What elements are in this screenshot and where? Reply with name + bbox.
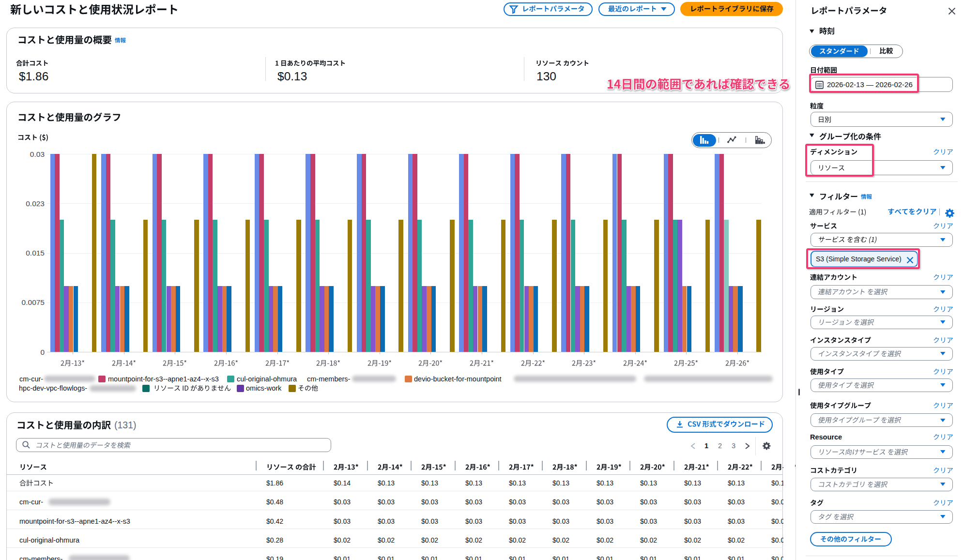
svg-text:$0.03: $0.03	[728, 517, 745, 525]
svg-text:$0.14: $0.14	[334, 479, 351, 487]
svg-text:0: 0	[40, 348, 45, 356]
svg-text:$0.02: $0.02	[378, 536, 395, 544]
svg-text:130: 130	[536, 70, 556, 83]
svg-text:0.03: 0.03	[30, 150, 45, 158]
svg-text:$0.13: $0.13	[421, 479, 438, 487]
svg-text:$0.19: $0.19	[266, 555, 283, 560]
svg-text:$0.02: $0.02	[684, 536, 701, 544]
svg-text:$0.03: $0.03	[640, 498, 657, 506]
svg-text:$0.03: $0.03	[597, 517, 613, 525]
svg-text:mountpoint-for-s3--apne1-az4--: mountpoint-for-s3--apne1-az4--x-s3	[108, 375, 219, 383]
svg-text:omics-work: omics-work	[246, 384, 282, 392]
svg-text:$0.02: $0.02	[640, 536, 657, 544]
svg-text:$1.86: $1.86	[266, 479, 283, 487]
svg-text:cm-members-: cm-members-	[19, 555, 63, 560]
svg-text:$0.13: $0.13	[277, 70, 307, 83]
svg-text:$0.13: $0.13	[597, 479, 613, 487]
svg-text:mountpoint-for-s3--apne1-az4--: mountpoint-for-s3--apne1-az4--x-s3	[19, 517, 130, 525]
svg-text:cul-original-ohmura: cul-original-ohmura	[19, 536, 80, 544]
svg-text:$0.01: $0.01	[378, 555, 395, 560]
svg-text:$0.02: $0.02	[552, 536, 569, 544]
svg-text:(131): (131)	[114, 420, 137, 430]
svg-text:$0.01: $0.01	[728, 555, 745, 560]
svg-text:cul-original-ohmura: cul-original-ohmura	[237, 375, 297, 383]
svg-text:$0.01: $0.01	[465, 555, 482, 560]
svg-text:$0.03: $0.03	[421, 517, 438, 525]
svg-text:$0.03: $0.03	[334, 498, 351, 506]
svg-text:$0.13: $0.13	[509, 479, 526, 487]
svg-text:cm-cur-: cm-cur-	[19, 498, 43, 506]
svg-text:$0.01: $0.01	[597, 555, 613, 560]
svg-text:$0.03: $0.03	[552, 517, 569, 525]
svg-text:$0.13: $0.13	[728, 479, 745, 487]
svg-text:$0.48: $0.48	[266, 498, 283, 506]
svg-text:$0.03: $0.03	[640, 517, 657, 525]
svg-text:$0.03: $0.03	[465, 498, 482, 506]
svg-text:cm-members-: cm-members-	[307, 375, 351, 383]
svg-text:3: 3	[731, 442, 735, 450]
svg-text:$0.01: $0.01	[509, 555, 526, 560]
svg-text:$0.13: $0.13	[465, 479, 482, 487]
svg-text:$0.03: $0.03	[334, 517, 351, 525]
svg-text:$0.03: $0.03	[552, 498, 569, 506]
svg-text:$0.03: $0.03	[509, 517, 526, 525]
svg-text:$0.03: $0.03	[378, 517, 395, 525]
svg-text:$0.13: $0.13	[378, 479, 395, 487]
svg-text:$0.42: $0.42	[266, 517, 283, 525]
svg-text:$1.86: $1.86	[19, 70, 48, 83]
svg-text:cm-cur-: cm-cur-	[19, 375, 43, 383]
svg-text:$0.13: $0.13	[640, 479, 657, 487]
svg-text:$0.28: $0.28	[266, 536, 283, 544]
svg-text:1: 1	[704, 442, 708, 450]
svg-text:$0.02: $0.02	[334, 536, 351, 544]
svg-text:Resource: Resource	[810, 433, 842, 441]
svg-text:$0.01: $0.01	[421, 555, 438, 560]
svg-text:devio-bucket-for-mountpoint: devio-bucket-for-mountpoint	[414, 375, 502, 383]
svg-text:$0.03: $0.03	[378, 498, 395, 506]
svg-text:0.0075: 0.0075	[22, 298, 45, 306]
svg-text:$0.03: $0.03	[728, 498, 745, 506]
svg-text:$0.03: $0.03	[684, 498, 701, 506]
svg-text:$0.01: $0.01	[552, 555, 569, 560]
svg-text:$0.01: $0.01	[684, 555, 701, 560]
svg-text:$0.03: $0.03	[465, 517, 482, 525]
svg-text:$0.02: $0.02	[509, 536, 526, 544]
svg-text:$0.03: $0.03	[509, 498, 526, 506]
svg-text:$0.13: $0.13	[552, 479, 569, 487]
svg-text:$0.03: $0.03	[597, 498, 613, 506]
svg-text:0.015: 0.015	[26, 249, 45, 257]
svg-text:$0.02: $0.02	[421, 536, 438, 544]
svg-text:$0.03: $0.03	[421, 498, 438, 506]
svg-text:$0.02: $0.02	[597, 536, 613, 544]
svg-text:hpc-dev-vpc-flowlogs-: hpc-dev-vpc-flowlogs-	[19, 384, 87, 392]
svg-text:$0.01: $0.01	[334, 555, 351, 560]
svg-text:$0.02: $0.02	[728, 536, 745, 544]
svg-text:$0.01: $0.01	[640, 555, 657, 560]
svg-text:2: 2	[718, 442, 722, 450]
svg-text:$0.13: $0.13	[684, 479, 701, 487]
svg-text:0.023: 0.023	[26, 199, 45, 208]
svg-text:$0.02: $0.02	[465, 536, 482, 544]
svg-text:$0.03: $0.03	[684, 517, 701, 525]
